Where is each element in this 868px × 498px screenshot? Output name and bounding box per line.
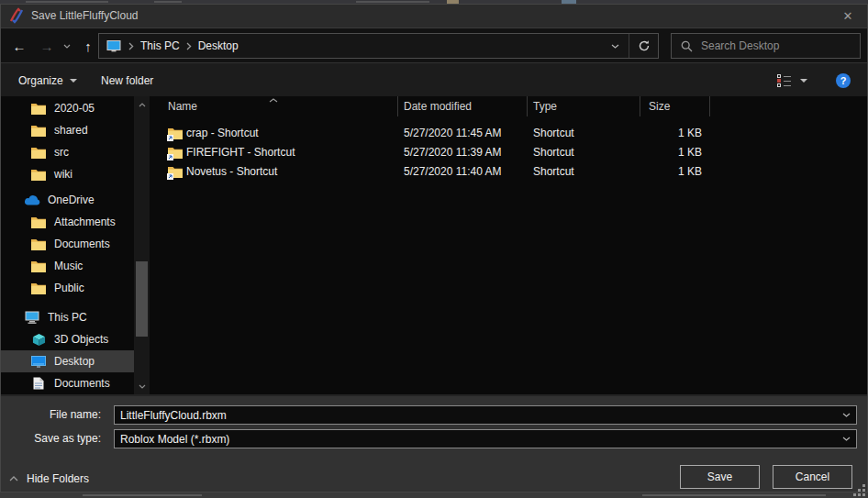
sidebar-item-public[interactable]: Public — [0, 277, 134, 299]
cancel-button[interactable]: Cancel — [773, 465, 852, 489]
file-row-crap-shortcut[interactable]: crap - Shortcut 5/27/2020 11:45 AM Short… — [150, 124, 868, 143]
sidebar-item-label: Documents — [54, 238, 110, 250]
sidebar-item-desktop[interactable]: Desktop — [0, 350, 134, 372]
folder-icon — [30, 259, 47, 273]
sidebar-item-label: wiki — [54, 168, 72, 181]
background-app-fragment — [83, 494, 202, 496]
sidebar-item-music[interactable]: Music — [0, 255, 134, 277]
search-box[interactable] — [671, 33, 861, 59]
recent-locations-chevron-icon[interactable] — [59, 28, 75, 63]
file-size: 1 KB — [640, 162, 702, 182]
address-dropdown-chevron-icon[interactable] — [601, 34, 629, 58]
new-folder-button[interactable]: New folder — [101, 63, 153, 97]
resize-grip[interactable] — [853, 484, 856, 487]
organize-label: Organize — [18, 74, 63, 87]
search-icon — [681, 40, 693, 52]
sidebar-item-onedrive[interactable]: OneDrive — [0, 189, 134, 211]
column-header-row: Name Date modified Type Size — [150, 96, 868, 116]
column-divider[interactable] — [709, 96, 710, 116]
save-button[interactable]: Save — [680, 465, 760, 489]
sidebar-item-wiki[interactable]: wiki — [0, 163, 134, 185]
address-bar[interactable]: This PC Desktop — [98, 33, 659, 59]
help-button[interactable]: ? — [836, 73, 851, 88]
navigation-bar: ← → ↑ This PC Desktop — [0, 28, 868, 62]
view-options-chevron-icon[interactable] — [800, 79, 807, 83]
forward-button[interactable]: → — [35, 28, 59, 63]
sidebar-item-label: This PC — [48, 311, 87, 324]
refresh-icon[interactable] — [629, 34, 658, 58]
file-row-firefight-shortcut[interactable]: FIREFIGHT - Shortcut 5/27/2020 11:39 AM … — [150, 143, 868, 162]
new-folder-label: New folder — [101, 74, 153, 87]
up-button[interactable]: ↑ — [77, 28, 99, 63]
sidebar-item-label: Desktop — [54, 355, 95, 368]
sidebar-item-attachments[interactable]: Attachments — [0, 211, 134, 233]
close-button[interactable]: ✕ — [828, 4, 868, 28]
background-app-fragment — [154, 1, 182, 3]
organize-button[interactable]: Organize — [18, 63, 77, 97]
background-app-fragment — [642, 494, 826, 496]
search-input[interactable] — [701, 39, 851, 52]
file-row-novetus-shortcut[interactable]: Novetus - Shortcut 5/27/2020 11:40 AM Sh… — [150, 162, 868, 182]
breadcrumb-item-desktop[interactable]: Desktop — [198, 39, 239, 52]
desktop-monitor-icon — [30, 354, 47, 369]
save-as-type-value: Roblox Model (*.rbxm) — [115, 433, 836, 446]
sidebar-scrollbar[interactable] — [134, 96, 150, 394]
sort-ascending-icon — [269, 98, 278, 103]
folder-icon — [30, 123, 47, 138]
file-date-modified: 5/27/2020 11:45 AM — [404, 124, 502, 143]
background-app-fragment — [26, 1, 108, 3]
column-divider[interactable] — [640, 96, 640, 116]
back-button[interactable]: ← — [7, 28, 31, 63]
sidebar-item-label: 2020-05 — [54, 102, 95, 115]
file-name-combobox[interactable] — [114, 405, 857, 425]
column-header-name[interactable]: Name — [168, 96, 197, 116]
background-app-fragment — [356, 1, 429, 3]
file-type: Shortcut — [533, 143, 574, 162]
sidebar-item-label: src — [54, 146, 69, 159]
scrollbar-thumb[interactable] — [136, 261, 148, 337]
scroll-down-icon[interactable] — [134, 380, 150, 393]
folder-icon — [30, 237, 47, 251]
column-divider[interactable] — [397, 96, 398, 116]
scroll-up-icon[interactable] — [134, 98, 150, 111]
file-date-modified: 5/27/2020 11:39 AM — [404, 143, 502, 162]
background-window-sliver-bottom — [0, 492, 868, 498]
save-panel: File name: Save as type: Roblox Model (*… — [0, 394, 868, 492]
computer-icon — [24, 310, 40, 325]
chevron-up-icon — [9, 476, 18, 481]
sidebar-item-shared[interactable]: shared — [0, 119, 134, 141]
file-date-modified: 5/27/2020 11:40 AM — [404, 162, 502, 182]
document-icon — [30, 376, 47, 391]
file-size: 1 KB — [640, 143, 702, 162]
change-view-button[interactable] — [777, 74, 791, 86]
chevron-down-icon[interactable] — [836, 413, 856, 417]
shortcut-arrow-icon — [167, 135, 173, 141]
column-header-size[interactable]: Size — [649, 96, 670, 116]
column-divider[interactable] — [527, 96, 528, 116]
hide-folders-label: Hide Folders — [27, 472, 89, 485]
sidebar-item-label: Music — [54, 260, 83, 272]
sidebar-item-label: Public — [54, 282, 84, 294]
file-list: Name Date modified Type Size crap - Shor… — [150, 96, 868, 394]
sidebar-item-3d-objects[interactable]: 3D Objects — [0, 328, 134, 350]
hide-folders-button[interactable]: Hide Folders — [9, 468, 89, 490]
save-as-type-combobox[interactable]: Roblox Model (*.rbxm) — [114, 429, 857, 448]
sidebar-item-this-pc[interactable]: This PC — [0, 306, 134, 328]
sidebar-item-src[interactable]: src — [0, 141, 134, 163]
folder-icon — [30, 215, 47, 229]
save-as-type-label: Save as type: — [0, 429, 101, 448]
file-size: 1 KB — [640, 124, 702, 143]
chevron-down-icon[interactable] — [836, 437, 856, 441]
breadcrumb-chevron-icon — [186, 42, 192, 50]
this-pc-icon — [106, 40, 122, 52]
file-name-input[interactable] — [115, 409, 836, 422]
column-header-date-modified[interactable]: Date modified — [404, 96, 472, 116]
sidebar-item-documents-this-pc[interactable]: Documents — [0, 372, 134, 394]
chevron-down-icon — [70, 79, 77, 83]
sidebar-item-2020-05[interactable]: 2020-05 — [0, 97, 134, 119]
folder-icon — [30, 167, 47, 182]
sidebar-item-documents-onedrive[interactable]: Documents — [0, 233, 134, 255]
main-area: 2020-05 shared src wiki OneDrive Attachm… — [0, 96, 868, 394]
column-header-type[interactable]: Type — [533, 96, 557, 116]
breadcrumb-item-this-pc[interactable]: This PC — [140, 39, 180, 52]
